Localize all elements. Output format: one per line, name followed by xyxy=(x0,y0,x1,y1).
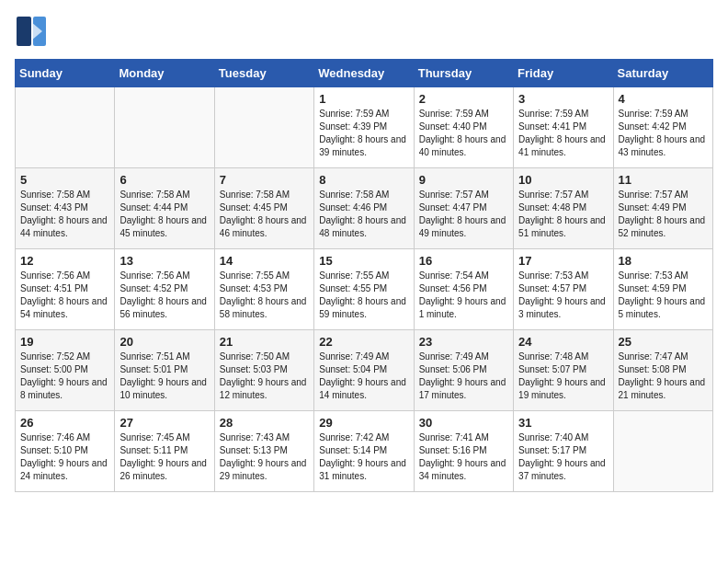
calendar-day-cell xyxy=(16,87,115,168)
day-number: 28 xyxy=(220,416,309,430)
day-number: 27 xyxy=(119,416,209,430)
calendar-week-row: 26Sunrise: 7:46 AM Sunset: 5:10 PM Dayli… xyxy=(16,411,713,492)
calendar-day-cell: 13Sunrise: 7:56 AM Sunset: 4:52 PM Dayli… xyxy=(115,249,214,330)
calendar-day-cell: 5Sunrise: 7:58 AM Sunset: 4:43 PM Daylig… xyxy=(16,168,115,249)
calendar-day-cell: 9Sunrise: 7:57 AM Sunset: 4:47 PM Daylig… xyxy=(414,168,513,249)
calendar-day-cell: 15Sunrise: 7:55 AM Sunset: 4:55 PM Dayli… xyxy=(314,249,414,330)
page-header xyxy=(15,15,713,48)
day-number: 12 xyxy=(20,254,109,268)
weekday-header: Friday xyxy=(514,60,613,87)
weekday-header: Monday xyxy=(115,60,214,87)
day-info: Sunrise: 7:58 AM Sunset: 4:44 PM Dayligh… xyxy=(119,189,209,240)
calendar-day-cell: 20Sunrise: 7:51 AM Sunset: 5:01 PM Dayli… xyxy=(115,330,214,411)
day-info: Sunrise: 7:58 AM Sunset: 4:46 PM Dayligh… xyxy=(319,189,408,240)
calendar-day-cell: 26Sunrise: 7:46 AM Sunset: 5:10 PM Dayli… xyxy=(16,411,115,492)
day-info: Sunrise: 7:48 AM Sunset: 5:07 PM Dayligh… xyxy=(518,350,608,402)
day-info: Sunrise: 7:58 AM Sunset: 4:45 PM Dayligh… xyxy=(220,189,309,240)
calendar-day-cell: 12Sunrise: 7:56 AM Sunset: 4:51 PM Dayli… xyxy=(16,249,115,330)
weekday-header: Sunday xyxy=(16,60,115,87)
calendar-day-cell: 30Sunrise: 7:41 AM Sunset: 5:16 PM Dayli… xyxy=(414,411,513,492)
day-number: 11 xyxy=(619,173,708,187)
day-info: Sunrise: 7:59 AM Sunset: 4:40 PM Dayligh… xyxy=(419,108,508,159)
calendar-day-cell: 29Sunrise: 7:42 AM Sunset: 5:14 PM Dayli… xyxy=(314,411,414,492)
day-number: 24 xyxy=(518,335,608,349)
weekday-header: Wednesday xyxy=(314,60,414,87)
calendar-day-cell: 6Sunrise: 7:58 AM Sunset: 4:44 PM Daylig… xyxy=(115,168,214,249)
day-info: Sunrise: 7:57 AM Sunset: 4:48 PM Dayligh… xyxy=(518,189,608,240)
weekday-header: Thursday xyxy=(414,60,513,87)
day-info: Sunrise: 7:51 AM Sunset: 5:01 PM Dayligh… xyxy=(119,350,209,402)
day-number: 31 xyxy=(518,416,608,430)
calendar-header-row: SundayMondayTuesdayWednesdayThursdayFrid… xyxy=(16,60,713,87)
day-info: Sunrise: 7:59 AM Sunset: 4:41 PM Dayligh… xyxy=(518,108,608,159)
day-number: 22 xyxy=(319,335,408,349)
calendar-week-row: 12Sunrise: 7:56 AM Sunset: 4:51 PM Dayli… xyxy=(16,249,713,330)
calendar-day-cell: 18Sunrise: 7:53 AM Sunset: 4:59 PM Dayli… xyxy=(613,249,712,330)
calendar-week-row: 19Sunrise: 7:52 AM Sunset: 5:00 PM Dayli… xyxy=(16,330,713,411)
day-info: Sunrise: 7:55 AM Sunset: 4:55 PM Dayligh… xyxy=(319,270,408,321)
day-number: 15 xyxy=(319,254,408,268)
day-info: Sunrise: 7:58 AM Sunset: 4:43 PM Dayligh… xyxy=(20,189,109,240)
calendar-week-row: 5Sunrise: 7:58 AM Sunset: 4:43 PM Daylig… xyxy=(16,168,713,249)
day-number: 13 xyxy=(119,254,209,268)
calendar-day-cell: 31Sunrise: 7:40 AM Sunset: 5:17 PM Dayli… xyxy=(514,411,613,492)
calendar-day-cell: 21Sunrise: 7:50 AM Sunset: 5:03 PM Dayli… xyxy=(214,330,313,411)
calendar-day-cell: 23Sunrise: 7:49 AM Sunset: 5:06 PM Dayli… xyxy=(414,330,513,411)
calendar-day-cell: 14Sunrise: 7:55 AM Sunset: 4:53 PM Dayli… xyxy=(214,249,313,330)
calendar-day-cell: 4Sunrise: 7:59 AM Sunset: 4:42 PM Daylig… xyxy=(613,87,712,168)
day-number: 26 xyxy=(20,416,109,430)
day-number: 5 xyxy=(20,173,109,187)
day-info: Sunrise: 7:52 AM Sunset: 5:00 PM Dayligh… xyxy=(20,350,109,402)
day-info: Sunrise: 7:56 AM Sunset: 4:51 PM Dayligh… xyxy=(20,270,109,321)
day-info: Sunrise: 7:57 AM Sunset: 4:49 PM Dayligh… xyxy=(619,189,708,240)
day-info: Sunrise: 7:53 AM Sunset: 4:57 PM Dayligh… xyxy=(518,270,608,321)
calendar-day-cell: 2Sunrise: 7:59 AM Sunset: 4:40 PM Daylig… xyxy=(414,87,513,168)
day-number: 10 xyxy=(518,173,608,187)
calendar-day-cell: 3Sunrise: 7:59 AM Sunset: 4:41 PM Daylig… xyxy=(514,87,613,168)
day-info: Sunrise: 7:46 AM Sunset: 5:10 PM Dayligh… xyxy=(20,431,109,483)
svg-rect-1 xyxy=(17,17,31,46)
day-number: 9 xyxy=(419,173,508,187)
calendar-day-cell: 11Sunrise: 7:57 AM Sunset: 4:49 PM Dayli… xyxy=(613,168,712,249)
day-number: 18 xyxy=(619,254,708,268)
calendar-day-cell: 8Sunrise: 7:58 AM Sunset: 4:46 PM Daylig… xyxy=(314,168,414,249)
calendar-day-cell xyxy=(214,87,313,168)
calendar-day-cell: 19Sunrise: 7:52 AM Sunset: 5:00 PM Dayli… xyxy=(16,330,115,411)
day-number: 16 xyxy=(419,254,508,268)
calendar-day-cell: 24Sunrise: 7:48 AM Sunset: 5:07 PM Dayli… xyxy=(514,330,613,411)
day-info: Sunrise: 7:49 AM Sunset: 5:06 PM Dayligh… xyxy=(419,350,508,402)
calendar-day-cell: 1Sunrise: 7:59 AM Sunset: 4:39 PM Daylig… xyxy=(314,87,414,168)
calendar-day-cell: 27Sunrise: 7:45 AM Sunset: 5:11 PM Dayli… xyxy=(115,411,214,492)
weekday-header: Tuesday xyxy=(214,60,313,87)
day-number: 20 xyxy=(119,335,209,349)
day-number: 17 xyxy=(518,254,608,268)
logo xyxy=(15,15,53,48)
calendar-day-cell: 17Sunrise: 7:53 AM Sunset: 4:57 PM Dayli… xyxy=(514,249,613,330)
day-info: Sunrise: 7:41 AM Sunset: 5:16 PM Dayligh… xyxy=(419,431,508,483)
day-info: Sunrise: 7:57 AM Sunset: 4:47 PM Dayligh… xyxy=(419,189,508,240)
day-number: 8 xyxy=(319,173,408,187)
day-number: 4 xyxy=(619,92,708,106)
day-number: 25 xyxy=(619,335,708,349)
day-info: Sunrise: 7:49 AM Sunset: 5:04 PM Dayligh… xyxy=(319,350,408,402)
calendar-table: SundayMondayTuesdayWednesdayThursdayFrid… xyxy=(15,59,713,492)
day-number: 3 xyxy=(518,92,608,106)
logo-icon xyxy=(15,15,48,48)
calendar-day-cell xyxy=(613,411,712,492)
day-info: Sunrise: 7:40 AM Sunset: 5:17 PM Dayligh… xyxy=(518,431,608,483)
calendar-day-cell: 10Sunrise: 7:57 AM Sunset: 4:48 PM Dayli… xyxy=(514,168,613,249)
calendar-day-cell: 7Sunrise: 7:58 AM Sunset: 4:45 PM Daylig… xyxy=(214,168,313,249)
calendar-day-cell: 16Sunrise: 7:54 AM Sunset: 4:56 PM Dayli… xyxy=(414,249,513,330)
day-number: 29 xyxy=(319,416,408,430)
day-number: 2 xyxy=(419,92,508,106)
day-info: Sunrise: 7:59 AM Sunset: 4:39 PM Dayligh… xyxy=(319,108,408,159)
day-info: Sunrise: 7:42 AM Sunset: 5:14 PM Dayligh… xyxy=(319,431,408,483)
day-number: 23 xyxy=(419,335,508,349)
calendar-day-cell xyxy=(115,87,214,168)
day-info: Sunrise: 7:55 AM Sunset: 4:53 PM Dayligh… xyxy=(220,270,309,321)
day-number: 6 xyxy=(119,173,209,187)
day-number: 1 xyxy=(319,92,408,106)
day-info: Sunrise: 7:50 AM Sunset: 5:03 PM Dayligh… xyxy=(220,350,309,402)
calendar-day-cell: 22Sunrise: 7:49 AM Sunset: 5:04 PM Dayli… xyxy=(314,330,414,411)
day-number: 30 xyxy=(419,416,508,430)
